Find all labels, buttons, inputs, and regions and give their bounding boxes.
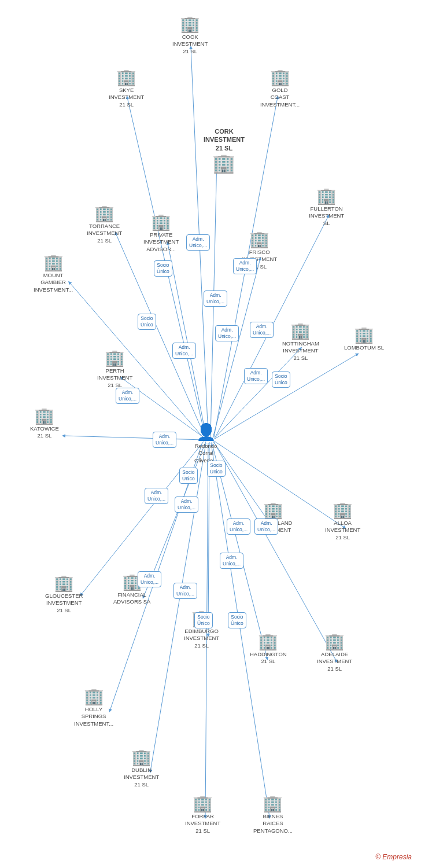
node-haddington[interactable]: 🏢 HADDINGTON 21 SL: [250, 634, 287, 665]
role-box-5[interactable]: SocioÚnico: [138, 314, 156, 330]
building-icon-skye: 🏢: [116, 69, 136, 86]
role-box-1[interactable]: Adm.Unico,...: [186, 234, 210, 251]
svg-line-6: [168, 243, 206, 438]
label-mount-gambier: MOUNT GAMBIER INVESTMENT...: [34, 272, 73, 293]
label-haddington: HADDINGTON 21 SL: [250, 651, 287, 665]
building-icon-haddington: 🏢: [258, 634, 278, 650]
label-cork-top: CORK INVESTMENT 21 SL: [204, 127, 245, 152]
node-adelaide[interactable]: 🏢 ADELAIDE INVESTMENT 21 SL: [317, 634, 352, 672]
role-box-21[interactable]: Adm.Unico,...: [173, 583, 197, 599]
label-cook: COOK INVESTMENT 21 SL: [172, 34, 208, 55]
role-box-7[interactable]: Adm.Unico,...: [250, 322, 274, 338]
node-fullerton[interactable]: 🏢 FULLERTON INVESTMENT SL: [309, 188, 344, 227]
building-icon-katowice: 🏢: [34, 408, 54, 424]
svg-line-19: [214, 442, 337, 661]
node-gold-coast[interactable]: 🏢 GOLD COAST INVESTMENT...: [260, 69, 300, 108]
building-icon-fullerton: 🏢: [316, 188, 337, 204]
label-adelaide: ADELAIDE INVESTMENT 21 SL: [317, 651, 352, 672]
role-box-2[interactable]: SocioÚnico: [154, 260, 172, 277]
building-icon-torrance: 🏢: [94, 205, 115, 222]
building-icon-forfar: 🏢: [193, 796, 213, 812]
node-alloa[interactable]: 🏢 ALLOA INVESTMENT 21 SL: [325, 502, 360, 541]
node-cork[interactable]: CORK INVESTMENT 21 SL 🏢: [204, 126, 245, 174]
node-mount-gambier[interactable]: 🏢 MOUNT GAMBIER INVESTMENT...: [34, 255, 73, 293]
role-box-17[interactable]: Adm.Unico,...: [227, 518, 250, 535]
role-box-11[interactable]: SocioÚnico: [272, 372, 290, 388]
building-icon-nottingham: 🏢: [290, 323, 311, 339]
label-perth: PERTH INVESTMENT 21 SL: [97, 367, 132, 389]
node-skye[interactable]: 🏢 SKYE INVESTMENT 21 SL: [109, 69, 144, 108]
label-financial-adv: FINANCIAL ADVISORS SA: [113, 591, 150, 606]
building-icon-cook: 🏢: [180, 16, 200, 32]
role-box-8[interactable]: Adm.Unico,...: [172, 343, 196, 359]
node-katowice[interactable]: 🏢 KATOWICE 21 SL: [30, 408, 59, 440]
svg-line-12: [64, 436, 203, 440]
role-box-13[interactable]: SocioÚnico: [179, 468, 198, 484]
role-box-9[interactable]: Adm.Unico,...: [116, 388, 139, 404]
role-box-23[interactable]: SocioÚnico: [228, 612, 246, 628]
watermark: © Empresia: [375, 853, 412, 861]
node-redondo[interactable]: 👤 Redondo Corral Oliverio...: [194, 422, 217, 464]
diagram-container: 🏢 COOK INVESTMENT 21 SL 🏢 SKYE INVESTMEN…: [0, 0, 421, 868]
node-holly-springs[interactable]: 🏢 HOLLY SPRINGS INVESTMENT...: [74, 689, 113, 727]
node-cook[interactable]: 🏢 COOK INVESTMENT 21 SL: [172, 16, 208, 55]
svg-line-7: [213, 259, 260, 438]
building-icon-adelaide: 🏢: [324, 634, 345, 650]
label-alloa: ALLOA INVESTMENT 21 SL: [325, 520, 360, 541]
label-holly-springs: HOLLY SPRINGS INVESTMENT...: [74, 706, 113, 727]
node-perth[interactable]: 🏢 PERTH INVESTMENT 21 SL: [97, 350, 132, 389]
node-torrance[interactable]: 🏢 TORRANCE INVESTMENT 21 SL: [87, 205, 122, 244]
building-icon-bienes-raices: 🏢: [263, 796, 283, 812]
label-skye: SKYE INVESTMENT 21 SL: [109, 87, 144, 108]
label-private-adv: PRIVATE INVESTMENT ADVISOR...: [143, 231, 179, 253]
node-forfar[interactable]: 🏢 FORFAR INVESTMENT 21 SL: [185, 796, 220, 834]
role-box-12[interactable]: Adm.Unico,...: [153, 432, 176, 448]
node-dublin[interactable]: 🏢 DUBLIN INVESTMENT 21 SL: [124, 749, 159, 788]
building-icon-frisco: 🏢: [249, 231, 269, 248]
building-icon-holly-springs: 🏢: [84, 689, 104, 705]
role-box-18[interactable]: Adm.Unico,...: [254, 518, 278, 535]
label-bienes-raices: BIENES RAICES PENTAGONO...: [253, 813, 293, 834]
label-lombotum: LOMBOTUM SL: [344, 344, 384, 351]
role-box-6[interactable]: Adm.Unico,...: [215, 325, 239, 341]
label-gloucester: GLOUCESTER INVESTMENT 21 SL: [45, 593, 83, 614]
building-icon-dublin: 🏢: [131, 749, 152, 766]
svg-line-11: [121, 378, 205, 439]
building-icon-lombotum: 🏢: [354, 327, 374, 343]
label-forfar: FORFAR INVESTMENT 21 SL: [185, 813, 220, 834]
role-box-19[interactable]: Adm.Unico,...: [220, 553, 243, 569]
node-nottingham[interactable]: 🏢 NOTTINGHAM INVESTMENT 21 SL: [282, 323, 319, 362]
label-dublin: DUBLIN INVESTMENT 21 SL: [124, 767, 159, 788]
role-box-20[interactable]: Adm.Unico,...: [138, 571, 161, 587]
building-icon-mount-gambier: 🏢: [43, 255, 64, 271]
node-private-adv[interactable]: 🏢 PRIVATE INVESTMENT ADVISOR...: [143, 214, 179, 253]
label-nottingham: NOTTINGHAM INVESTMENT 21 SL: [282, 340, 319, 362]
svg-line-23: [211, 443, 269, 817]
svg-line-8: [69, 282, 204, 438]
building-icon-gold-coast: 🏢: [270, 69, 290, 86]
building-icon-alloa: 🏢: [333, 502, 353, 518]
node-gloucester[interactable]: 🏢 GLOUCESTER INVESTMENT 21 SL: [45, 575, 83, 614]
building-icon-private-adv: 🏢: [151, 214, 171, 230]
label-torrance: TORRANCE INVESTMENT 21 SL: [87, 223, 122, 244]
label-katowice: KATOWICE 21 SL: [30, 425, 59, 440]
label-gold-coast: GOLD COAST INVESTMENT...: [260, 87, 300, 108]
role-box-3[interactable]: Adm.Unico,...: [233, 258, 257, 274]
label-edimburgo: EDIMBURGO INVESTMENT 21 SL: [184, 628, 219, 649]
building-icon-gloucester: 🏢: [54, 575, 74, 591]
svg-line-9: [214, 348, 301, 439]
svg-line-10: [215, 354, 357, 439]
role-box-22[interactable]: SocioÚnico: [194, 612, 213, 628]
building-icon-perth: 🏢: [105, 350, 125, 366]
node-bienes-raices[interactable]: 🏢 BIENES RAICES PENTAGONO...: [253, 796, 293, 834]
person-icon-redondo: 👤: [196, 422, 216, 442]
label-fullerton: FULLERTON INVESTMENT SL: [309, 205, 344, 227]
role-box-15[interactable]: Adm.Unico,...: [145, 488, 168, 504]
role-box-4[interactable]: Adm.Unico,...: [204, 290, 227, 307]
building-icon-sunderland: 🏢: [263, 502, 283, 518]
role-box-14[interactable]: SocioÚnico: [207, 461, 226, 477]
node-lombotum[interactable]: 🏢 LOMBOTUM SL: [344, 327, 384, 351]
building-icon-cork: 🏢: [212, 152, 235, 174]
role-box-10[interactable]: Adm.Unico,...: [244, 368, 268, 384]
role-box-16[interactable]: Adm.Unico,...: [175, 496, 198, 513]
